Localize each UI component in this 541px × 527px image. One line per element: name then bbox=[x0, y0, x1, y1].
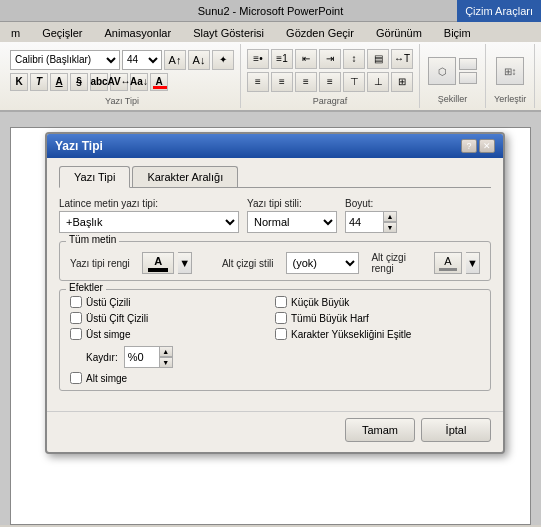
tab-karakter-araligi[interactable]: Karakter Aralığı bbox=[132, 166, 238, 187]
kucuk-buyuk-checkbox[interactable] bbox=[275, 296, 287, 308]
efektler-section: Efektler Üstü Çizili Üstü Çift Çizili bbox=[59, 289, 491, 391]
underline-color-dropdown[interactable]: ▼ bbox=[466, 252, 480, 274]
clear-format-btn[interactable]: ✦ bbox=[212, 50, 234, 70]
stili-group: Yazı tipi stili: Normal bbox=[247, 198, 337, 233]
line-spacing-btn[interactable]: ↕ bbox=[343, 49, 365, 69]
stili-label: Yazı tipi stili: bbox=[247, 198, 337, 209]
boyut-input-spin: ▲ ▼ bbox=[345, 211, 397, 233]
ok-button[interactable]: Tamam bbox=[345, 418, 415, 442]
indent-decrease-btn[interactable]: ⇤ bbox=[295, 49, 317, 69]
strikethrough-btn[interactable]: § bbox=[70, 73, 88, 91]
align-left-btn[interactable]: ≡ bbox=[247, 72, 269, 92]
kaydir-spin-up[interactable]: ▲ bbox=[159, 346, 173, 357]
underline-color-picker[interactable]: A bbox=[434, 252, 462, 274]
boyut-input[interactable] bbox=[345, 211, 383, 233]
app-title: Sunu2 - Microsoft PowerPoint bbox=[198, 5, 344, 17]
effects-left-col: Üstü Çizili Üstü Çift Çizili Üst simge bbox=[70, 296, 275, 384]
kaydir-spinner: ▲ ▼ bbox=[159, 346, 173, 368]
tab-yazi-tipi[interactable]: Yazı Tipi bbox=[59, 166, 130, 188]
dialog-tabs: Yazı Tipi Karakter Aralığı bbox=[59, 166, 491, 188]
shape-btn-2[interactable] bbox=[459, 72, 477, 84]
boyut-spin-up[interactable]: ▲ bbox=[383, 211, 397, 222]
font-section-label: Yazı Tipi bbox=[105, 96, 139, 106]
underline-btn[interactable]: A bbox=[50, 73, 68, 91]
tab-bicim[interactable]: Biçim bbox=[433, 22, 482, 42]
kaydir-spin-down[interactable]: ▼ bbox=[159, 357, 173, 368]
indent-increase-btn[interactable]: ⇥ bbox=[319, 49, 341, 69]
cancel-button[interactable]: İptal bbox=[421, 418, 491, 442]
increase-font-btn[interactable]: A↑ bbox=[164, 50, 186, 70]
yerlestir-label: Yerleştir bbox=[494, 94, 526, 104]
ust-simge-label: Üst simge bbox=[86, 329, 130, 340]
list-row: ≡• ≡1 ⇤ ⇥ ↕ ▤ ↔T bbox=[247, 49, 413, 69]
tumu-buyuk-row: Tümü Büyük Harf bbox=[275, 312, 480, 324]
shape-btn-1[interactable] bbox=[459, 58, 477, 70]
yukseklik-checkbox[interactable] bbox=[275, 328, 287, 340]
alt-cizgi-rengi-label: Alt çizgi rengi bbox=[371, 252, 426, 274]
char-spacing-btn[interactable]: AV↔ bbox=[110, 73, 128, 91]
boyut-label: Boyut: bbox=[345, 198, 397, 209]
shape-btns bbox=[459, 58, 477, 84]
font-name-select[interactable]: Calibri (Başlıklar) bbox=[10, 50, 120, 70]
kaydir-input-group: ▲ ▼ bbox=[124, 346, 173, 368]
numbered-list-btn[interactable]: ≡1 bbox=[271, 49, 293, 69]
cizim-araclari-label: Çizim Araçları bbox=[457, 0, 541, 22]
text-align-mid-btn[interactable]: ⊥ bbox=[367, 72, 389, 92]
bullet-list-btn[interactable]: ≡• bbox=[247, 49, 269, 69]
yukseklik-label: Karakter Yüksekliğini Eşitle bbox=[291, 329, 411, 340]
ustu-cift-cizili-checkbox[interactable] bbox=[70, 312, 82, 324]
shapes-label: Şekiller bbox=[438, 94, 468, 104]
dialog-close-btn[interactable]: ✕ bbox=[479, 139, 495, 153]
font-case-btn[interactable]: Aa↓ bbox=[130, 73, 148, 91]
columns-btn[interactable]: ▤ bbox=[367, 49, 389, 69]
main-area: Yazı Tipi ? ✕ Yazı Tipi Karakter Aralığı… bbox=[0, 112, 541, 525]
latince-select[interactable]: +Başlık bbox=[59, 211, 239, 233]
font-color-group: A ▼ bbox=[142, 252, 192, 274]
font-section: Calibri (Başlıklar) 44 A↑ A↓ ✦ K T A § a… bbox=[4, 44, 241, 108]
dialog-body: Yazı Tipi Karakter Aralığı Latince metin… bbox=[47, 158, 503, 407]
text-align-top-btn[interactable]: ⊤ bbox=[343, 72, 365, 92]
font-dialog: Yazı Tipi ? ✕ Yazı Tipi Karakter Aralığı… bbox=[45, 132, 505, 454]
ust-simge-row: Üst simge bbox=[70, 328, 275, 340]
tumu-buyuk-checkbox[interactable] bbox=[275, 312, 287, 324]
decrease-font-btn[interactable]: A↓ bbox=[188, 50, 210, 70]
tab-animasyonlar[interactable]: Animasyonlar bbox=[94, 22, 183, 42]
tab-m[interactable]: m bbox=[0, 22, 31, 42]
tab-slayt-gosterisi[interactable]: Slayt Gösterisi bbox=[182, 22, 275, 42]
align-center-btn[interactable]: ≡ bbox=[271, 72, 293, 92]
smartart-btn[interactable]: ⊞ bbox=[391, 72, 413, 92]
latince-group: Latince metin yazı tipi: +Başlık bbox=[59, 198, 239, 233]
underline-color-group: A ▼ bbox=[434, 252, 480, 274]
tab-gecisler[interactable]: Geçişler bbox=[31, 22, 93, 42]
ustu-cift-cizili-row: Üstü Çift Çizili bbox=[70, 312, 275, 324]
ustu-cizili-checkbox[interactable] bbox=[70, 296, 82, 308]
bold-btn[interactable]: K bbox=[10, 73, 28, 91]
dialog-help-btn[interactable]: ? bbox=[461, 139, 477, 153]
text-direction-btn[interactable]: ↔T bbox=[391, 49, 413, 69]
yerlestir-content: ⊞↕ bbox=[496, 48, 524, 94]
efektler-label: Efektler bbox=[66, 282, 106, 293]
stili-select[interactable]: Normal bbox=[247, 211, 337, 233]
font-color-picker[interactable]: A bbox=[142, 252, 174, 274]
italic-btn[interactable]: T bbox=[30, 73, 48, 91]
hiz-stiller-area: Hız Stiller bbox=[534, 44, 541, 108]
ust-simge-checkbox[interactable] bbox=[70, 328, 82, 340]
dialog-title-bar: Yazı Tipi ? ✕ bbox=[47, 134, 503, 158]
kaydir-input[interactable] bbox=[124, 346, 159, 368]
alt-simge-checkbox[interactable] bbox=[70, 372, 82, 384]
font-color-dropdown[interactable]: ▼ bbox=[178, 252, 192, 274]
align-right-btn[interactable]: ≡ bbox=[295, 72, 317, 92]
font-size-select[interactable]: 44 bbox=[122, 50, 162, 70]
tab-gorunum[interactable]: Görünüm bbox=[365, 22, 433, 42]
align-justify-btn[interactable]: ≡ bbox=[319, 72, 341, 92]
effects-right-col: Küçük Büyük Tümü Büyük Harf Karakter Yük… bbox=[275, 296, 480, 384]
alt-cizgi-stili-select[interactable]: (yok) bbox=[286, 252, 360, 274]
dialog-footer: Tamam İptal bbox=[47, 411, 503, 452]
shadow-btn[interactable]: abc bbox=[90, 73, 108, 91]
align-row: ≡ ≡ ≡ ≡ ⊤ ⊥ ⊞ bbox=[247, 72, 413, 92]
tab-gozden-gecir[interactable]: Gözden Geçir bbox=[275, 22, 365, 42]
arrange-btn[interactable]: ⊞↕ bbox=[496, 57, 524, 85]
shapes-gallery[interactable]: ⬡ bbox=[428, 57, 456, 85]
boyut-spin-down[interactable]: ▼ bbox=[383, 222, 397, 233]
font-color-btn[interactable]: A bbox=[150, 73, 168, 91]
